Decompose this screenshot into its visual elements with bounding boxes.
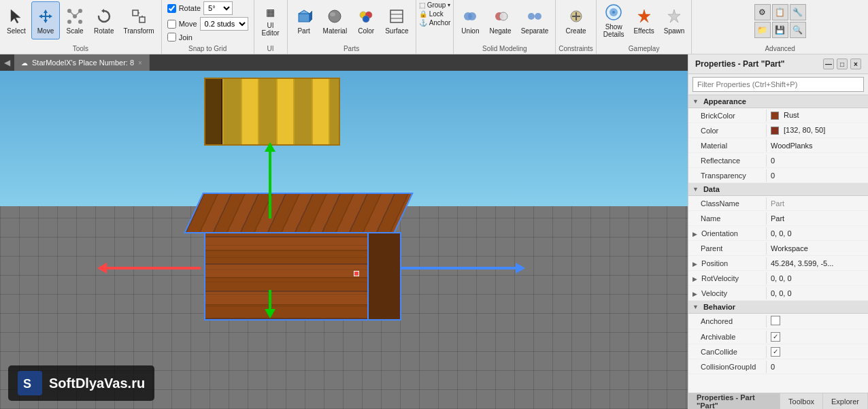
position-prop-value: 45.284, 3.599, -5... [767, 257, 868, 269]
transparency-value: 0 [767, 169, 868, 182]
transform-button[interactable]: Transform [119, 1, 158, 39]
join-checkbox[interactable] [167, 33, 176, 42]
adv-btn-1[interactable]: ⚙ [754, 4, 771, 20]
color-icon [356, 7, 375, 26]
create-button[interactable]: Create [562, 1, 590, 39]
panel-header: Properties - Part "Part" — □ × [688, 54, 868, 74]
ui-group-label: UI [267, 45, 274, 52]
anchored-prop-value [767, 314, 868, 329]
velocity-row[interactable]: ▶ Velocity 0, 0, 0 [688, 286, 868, 301]
toolbox-tab[interactable]: Toolbox [780, 393, 823, 409]
3d-scene[interactable]: S SoftDlyaVas.ru [0, 71, 688, 409]
create-label: Create [566, 27, 586, 35]
behavior-section-header[interactable]: ▼ Behavior [688, 301, 868, 314]
rotate-snap-label: Rotate [179, 4, 201, 12]
archivable-row[interactable]: Archivable [688, 329, 868, 344]
select-button[interactable]: Select [3, 1, 30, 39]
negate-button[interactable]: Negate [485, 1, 515, 39]
panel-close-button[interactable]: × [850, 59, 861, 69]
toolbar: Select Move [0, 0, 868, 54]
classname-row[interactable]: ClassName Part [688, 196, 868, 211]
solid-modeling-label: Solid Modeling [482, 45, 527, 52]
rotate-snap-select[interactable]: 5°10°45° [203, 1, 233, 15]
cancollide-row[interactable]: CanCollide [688, 344, 868, 359]
box-grain [205, 233, 386, 319]
move-button[interactable]: Move [31, 1, 60, 39]
active-tab[interactable]: ☁ StarModelX's Place Number: 8 × [14, 54, 150, 71]
union-icon [461, 7, 480, 26]
main-area: ◀ ☁ StarModelX's Place Number: 8 × [0, 54, 868, 409]
data-label: Data [703, 185, 720, 193]
transparency-row[interactable]: Transparency 0 [688, 168, 868, 183]
surface-icon [387, 7, 406, 26]
rotate-checkbox[interactable] [167, 4, 176, 13]
union-group: Union Negate Separate Solid Modeling [454, 0, 556, 54]
parent-row[interactable]: Parent Workspace [688, 241, 868, 256]
move-label: Move [37, 27, 54, 35]
union-button[interactable]: Union [456, 1, 484, 39]
adv-btn-4[interactable]: 📁 [754, 22, 771, 38]
separate-button[interactable]: Separate [517, 1, 553, 39]
material-row[interactable]: Material WoodPlanks [688, 138, 868, 153]
position-prop-name: ▶ Position [688, 257, 767, 269]
x-axis-arrow-left [105, 267, 201, 269]
viewport[interactable]: ◀ ☁ StarModelX's Place Number: 8 × [0, 54, 688, 409]
panel-title: Properties - Part "Part" [695, 59, 784, 69]
panel-restore-button[interactable]: □ [837, 59, 848, 69]
position-row[interactable]: ▶ Position 45.284, 3.599, -5... [688, 256, 868, 271]
anchored-row[interactable]: Anchored [688, 314, 868, 329]
explorer-tab[interactable]: Explorer [823, 393, 868, 409]
brickcolor-swatch [771, 112, 779, 120]
box-top [184, 193, 414, 233]
wood-box[interactable] [184, 212, 401, 321]
archivable-prop-name: Archivable [688, 331, 767, 343]
properties-container: ▼ Appearance BrickColor Rust Color [132,… [688, 95, 868, 393]
ui-editor-button[interactable]: ▦ UIEditor [257, 1, 284, 39]
effects-button[interactable]: Effects [629, 1, 658, 39]
advanced-group: ⚙ 📋 🔧 📁 💾 🔍 Advanced [692, 0, 868, 54]
tab-close[interactable]: × [138, 59, 142, 67]
collisiongroupid-row[interactable]: CollisionGroupId 0 [688, 359, 868, 374]
orientation-prop-name: ▶ Orientation [688, 227, 767, 240]
anchored-checkbox[interactable] [771, 316, 780, 325]
appearance-section-header[interactable]: ▼ Appearance [688, 95, 868, 108]
move-checkbox[interactable] [167, 20, 176, 29]
y-axis-arrow-down [269, 290, 271, 310]
adv-btn-3[interactable]: 🔧 [790, 4, 806, 20]
panel-minimize-button[interactable]: — [823, 59, 834, 69]
color-button[interactable]: Color [352, 1, 380, 39]
adv-btn-2[interactable]: 📋 [772, 4, 788, 20]
tab-title: StarModelX's Place Number: 8 [32, 59, 134, 67]
anchor-label: Anchor [429, 19, 451, 27]
name-row[interactable]: Name Part [688, 211, 868, 226]
color-row[interactable]: Color [132, 80, 50] [688, 123, 868, 138]
reflectance-row[interactable]: Reflectance 0 [688, 153, 868, 168]
filter-input[interactable] [692, 77, 864, 92]
rotate-button[interactable]: Rotate [90, 1, 118, 39]
material-prop-value: WoodPlanks [767, 140, 868, 152]
transform-icon [129, 7, 148, 26]
archivable-checkbox[interactable] [771, 332, 780, 342]
spawn-button[interactable]: Spawn [660, 1, 689, 39]
orientation-row[interactable]: ▶ Orientation 0, 0, 0 [688, 226, 868, 241]
surface-button[interactable]: Surface [381, 1, 412, 39]
svg-text:S: S [23, 377, 31, 391]
part-label: Part [297, 27, 310, 35]
part-button[interactable]: Part [290, 1, 318, 39]
material-icon [325, 7, 344, 26]
show-details-button[interactable]: ShowDetails [599, 1, 629, 39]
data-section-header[interactable]: ▼ Data [688, 183, 868, 196]
scale-button[interactable]: Scale [61, 1, 88, 39]
brickcolor-row[interactable]: BrickColor Rust [688, 108, 868, 123]
rotvelocity-row[interactable]: ▶ RotVelocity 0, 0, 0 [688, 271, 868, 286]
material-button[interactable]: Material [319, 1, 352, 39]
properties-tab[interactable]: Properties - Part "Part" [688, 393, 780, 409]
cancollide-checkbox[interactable] [771, 347, 780, 357]
behavior-label: Behavior [703, 303, 735, 311]
move-snap-select[interactable]: 0.2 studs1 stud [200, 17, 248, 31]
svg-point-17 [329, 10, 341, 22]
adv-btn-6[interactable]: 🔍 [790, 22, 806, 38]
adv-btn-5[interactable]: 💾 [772, 22, 788, 38]
tab-icon: ☁ [21, 59, 28, 67]
gameplay-group: ShowDetails Effects Spawn Gameplay [597, 0, 692, 54]
